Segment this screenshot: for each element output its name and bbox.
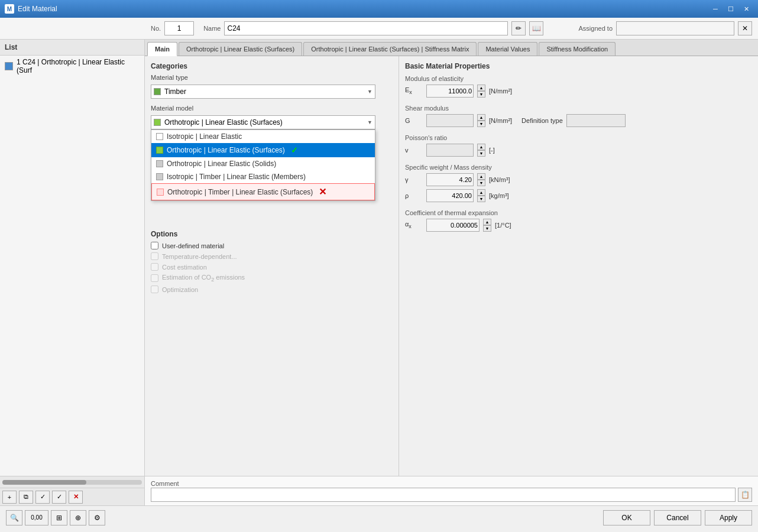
comment-input[interactable] — [151, 488, 736, 502]
dropdown-item-orthotropic-surfaces-label: Orthotropic | Linear Elastic (Surfaces) — [167, 146, 285, 154]
close-button[interactable]: ✕ — [739, 3, 753, 15]
assigned-to-clear-button[interactable]: ✕ — [738, 21, 752, 35]
modulus-spin-up[interactable]: ▲ — [477, 85, 485, 91]
shear-symbol: G — [405, 117, 423, 124]
alpha-spin-down[interactable]: ▼ — [483, 225, 491, 232]
sidebar-check2-button[interactable]: ✓ — [52, 491, 66, 504]
dropdown-item-orthotropic-timber[interactable]: Orthotropic | Timber | Linear Elastic (S… — [151, 183, 375, 200]
checkbox-cost-estimation: Cost estimation — [151, 263, 393, 271]
material-type-value: Timber — [164, 87, 186, 96]
gamma-spin-down[interactable]: ▼ — [477, 180, 485, 186]
rho-spin-down[interactable]: ▼ — [477, 196, 485, 202]
check-mark-icon: ✓ — [291, 145, 298, 155]
edit-icon-button[interactable]: ✏ — [511, 21, 526, 35]
sidebar-item-label: 1 C24 | Orthotropic | Linear Elastic (Su… — [17, 58, 140, 74]
basic-material-props-title: Basic Material Properties — [405, 62, 752, 70]
checkbox-cost-estimation-label: Cost estimation — [162, 264, 207, 271]
tab-orthotropic[interactable]: Orthotropic | Linear Elastic (Surfaces) — [179, 42, 302, 56]
poisson-spinner[interactable]: ▲ ▼ — [477, 144, 485, 157]
sidebar-check-button[interactable]: ✓ — [35, 491, 50, 504]
sidebar-item-c24[interactable]: 1 C24 | Orthotropic | Linear Elastic (Su… — [0, 56, 144, 77]
name-input[interactable] — [224, 21, 508, 35]
minimize-button[interactable]: ─ — [708, 3, 723, 15]
gamma-symbol: γ — [405, 176, 423, 183]
checkbox-user-defined: User-defined material — [151, 242, 393, 249]
poisson-input[interactable] — [426, 144, 474, 157]
sidebar-delete-button[interactable]: ✕ — [69, 491, 83, 504]
gamma-input[interactable] — [426, 173, 474, 186]
poisson-spin-down[interactable]: ▼ — [477, 150, 485, 157]
right-panel: Basic Material Properties Modulus of ela… — [399, 56, 758, 476]
checkbox-temp-dependent: Temperature-dependent... — [151, 252, 393, 260]
shear-spin-up[interactable]: ▲ — [477, 114, 485, 121]
alpha-unit: [1/°C] — [495, 222, 511, 229]
apply-button[interactable]: Apply — [705, 510, 752, 525]
checkbox-cost-estimation-input[interactable] — [151, 263, 158, 271]
alpha-spinner[interactable]: ▲ ▼ — [483, 219, 491, 232]
shear-spinner[interactable]: ▲ ▼ — [477, 114, 485, 127]
checkbox-user-defined-label: User-defined material — [162, 242, 224, 249]
dropdown-item-orthotropic-solids[interactable]: Orthotropic | Linear Elastic (Solids) — [151, 157, 375, 170]
search-bottom-button[interactable]: 🔍 — [6, 510, 22, 525]
tab-material-values[interactable]: Material Values — [478, 42, 537, 56]
tab-stiffness-matrix[interactable]: Orthotropic | Linear Elastic (Surfaces) … — [303, 42, 477, 56]
shear-input[interactable] — [426, 114, 474, 127]
shear-spin-down[interactable]: ▼ — [477, 121, 485, 127]
dropdown-item-isotropic[interactable]: Isotropic | Linear Elastic — [151, 130, 375, 143]
no-label: No. — [151, 25, 161, 32]
ok-button[interactable]: OK — [603, 510, 650, 525]
tab-main[interactable]: Main — [147, 42, 177, 56]
dropdown-item-isotropic-label: Isotropic | Linear Elastic — [167, 132, 242, 141]
checkbox-user-defined-input[interactable] — [151, 242, 158, 249]
alpha-input[interactable] — [426, 219, 480, 232]
coordinate-button[interactable]: 0,00 — [25, 510, 48, 525]
settings-button[interactable]: ⚙ — [89, 510, 105, 525]
maximize-button[interactable]: ☐ — [724, 3, 738, 15]
item-color-swatch — [5, 62, 13, 70]
definition-type-label: Definition type — [521, 117, 563, 124]
checkbox-optimization-input[interactable] — [151, 286, 158, 293]
material-model-menu: Isotropic | Linear Elastic Orthotropic |… — [151, 129, 375, 201]
tab-stiffness-mod[interactable]: Stiffness Modification — [539, 42, 616, 56]
checkbox-temp-dependent-input[interactable] — [151, 252, 158, 260]
material-type-dropdown[interactable]: Timber ▼ — [151, 85, 375, 99]
rho-spinner[interactable]: ▲ ▼ — [477, 189, 485, 202]
sidebar-footer: + ⧉ ✓ ✓ ✕ — [0, 488, 144, 505]
rho-spin-up[interactable]: ▲ — [477, 189, 485, 196]
checkbox-optimization-label: Optimization — [162, 286, 198, 293]
material-type-label: Material type — [151, 74, 204, 81]
gamma-spinner[interactable]: ▲ ▼ — [477, 173, 485, 186]
modulus-spin-down[interactable]: ▼ — [477, 91, 485, 98]
checkbox-temp-dependent-label: Temperature-dependent... — [162, 253, 237, 260]
bottom-bar: 🔍 0,00 ⊞ ⊕ ⚙ OK Cancel Apply — [0, 505, 758, 529]
book-icon-button[interactable]: 📖 — [529, 21, 543, 35]
cancel-button[interactable]: Cancel — [654, 510, 701, 525]
sidebar-add-button[interactable]: + — [2, 491, 17, 504]
view-button[interactable]: ⊞ — [51, 510, 67, 525]
gamma-spin-up[interactable]: ▲ — [477, 173, 485, 180]
left-panel: Categories Material type Timber — [145, 56, 399, 476]
snap-button[interactable]: ⊕ — [70, 510, 86, 525]
modulus-input[interactable] — [426, 85, 474, 98]
checkbox-co2-estimation-input[interactable] — [151, 274, 158, 282]
alpha-spin-up[interactable]: ▲ — [483, 219, 491, 225]
modulus-symbol: Ex — [405, 86, 423, 95]
poisson-spin-up[interactable]: ▲ — [477, 144, 485, 150]
dropdown-item-orthotropic-surfaces[interactable]: Orthotropic | Linear Elastic (Surfaces) … — [151, 143, 375, 157]
dropdown-item-isotropic-timber-label: Isotropic | Timber | Linear Elastic (Mem… — [167, 173, 306, 181]
poisson-group: Poisson's ratio v ▲ ▼ [-] — [405, 134, 752, 157]
sidebar-copy-button[interactable]: ⧉ — [19, 491, 33, 504]
dialog-buttons: OK Cancel Apply — [603, 510, 752, 525]
app-icon: M — [5, 4, 14, 14]
modulus-spinner[interactable]: ▲ ▼ — [477, 85, 485, 98]
window-title: Edit Material — [18, 5, 57, 13]
dropdown-item-isotropic-timber[interactable]: Isotropic | Timber | Linear Elastic (Mem… — [151, 170, 375, 183]
comment-icon-button[interactable]: 📋 — [738, 488, 752, 502]
no-input[interactable] — [164, 21, 194, 35]
thermal-group: Coefficient of thermal expansion αx ▲ ▼ … — [405, 209, 752, 232]
assigned-to-input[interactable] — [616, 21, 734, 35]
rho-input[interactable] — [426, 189, 474, 202]
material-model-dropdown[interactable]: Orthotropic | Linear Elastic (Surfaces) … — [151, 115, 375, 129]
material-type-arrow: ▼ — [367, 89, 372, 95]
title-bar: M Edit Material ─ ☐ ✕ — [0, 0, 758, 18]
